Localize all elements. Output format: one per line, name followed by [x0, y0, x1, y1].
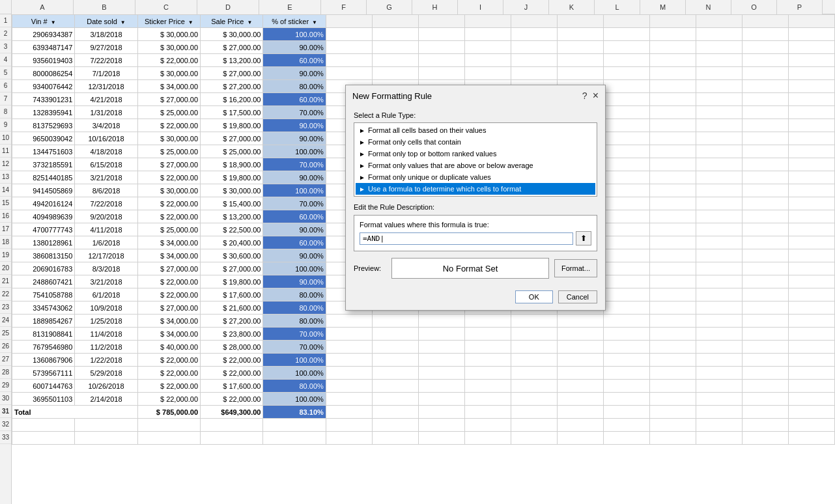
cell-sticker[interactable]: $ 22,000.00 — [137, 119, 200, 132]
cell-sticker[interactable]: $ 30,000.00 — [137, 41, 200, 54]
cell-vin[interactable]: 1328395941 — [12, 106, 75, 119]
cell-vin[interactable]: 4942016124 — [12, 197, 75, 210]
formula-range-button[interactable]: ⬆ — [576, 231, 591, 245]
cell-date[interactable]: 8/6/2018 — [75, 184, 137, 197]
cell-sticker[interactable]: $ 22,000.00 — [137, 380, 200, 393]
cell-pct[interactable]: 70.00% — [263, 197, 326, 210]
cell-vin[interactable]: 3732185591 — [12, 158, 75, 171]
cell-sale[interactable]: $ 19,800.00 — [201, 119, 263, 132]
cell-sticker[interactable]: $ 22,000.00 — [137, 367, 200, 380]
col-header-g[interactable]: G — [367, 0, 412, 14]
cell-sticker[interactable]: $ 27,000.00 — [137, 158, 200, 171]
cell-pct[interactable]: 80.00% — [263, 80, 326, 93]
cell-sale[interactable]: $ 19,800.00 — [201, 275, 263, 288]
cell-sale[interactable]: $ 21,600.00 — [201, 301, 263, 315]
cell-pct[interactable]: 60.00% — [263, 236, 326, 249]
cell-date[interactable]: 11/4/2018 — [75, 328, 137, 341]
cell-pct[interactable]: 90.00% — [263, 119, 326, 132]
cell-sale[interactable]: $ 18,900.00 — [201, 158, 263, 171]
cell-sale[interactable]: $ 27,000.00 — [201, 67, 263, 80]
cell-sale[interactable]: $ 25,000.00 — [201, 145, 263, 158]
cell-pct[interactable]: 90.00% — [263, 132, 326, 145]
cell-pct[interactable]: 90.00% — [263, 67, 326, 80]
col-header-i[interactable]: I — [458, 0, 503, 14]
cell-date[interactable]: 1/25/2018 — [75, 315, 137, 328]
cell-vin[interactable]: 9650039042 — [12, 132, 75, 145]
filter-icon-vin[interactable]: ▼ — [51, 20, 56, 25]
cell-sticker[interactable]: $ 34,000.00 — [137, 236, 200, 249]
cell-sale[interactable]: $ 27,000.00 — [201, 262, 263, 275]
col-date[interactable]: Date sold ▼ — [75, 15, 137, 28]
cell-date[interactable]: 8/3/2018 — [75, 262, 137, 275]
cell-sticker[interactable]: $ 40,000.00 — [137, 341, 200, 354]
filter-icon-pct[interactable]: ▼ — [312, 20, 317, 25]
cell-vin[interactable]: 1889854267 — [12, 315, 75, 328]
cell-pct[interactable]: 70.00% — [263, 158, 326, 171]
cell-pct[interactable]: 60.00% — [263, 210, 326, 223]
rule-item-2[interactable]: ► Format only top or bottom ranked value… — [356, 148, 595, 160]
cell-sticker[interactable]: $ 25,000.00 — [137, 106, 200, 119]
cell-date[interactable]: 6/15/2018 — [75, 158, 137, 171]
cell-pct[interactable]: 90.00% — [263, 275, 326, 288]
cell-pct[interactable]: 90.00% — [263, 41, 326, 54]
cell-sale[interactable]: $ 22,500.00 — [201, 223, 263, 236]
cell-sticker[interactable]: $ 30,000.00 — [137, 184, 200, 197]
cell-pct[interactable]: 90.00% — [263, 223, 326, 236]
cell-sale[interactable]: $ 28,000.00 — [201, 341, 263, 354]
cell-pct[interactable]: 100.00% — [263, 262, 326, 275]
cell-date[interactable]: 3/21/2018 — [75, 171, 137, 184]
cell-date[interactable]: 9/20/2018 — [75, 210, 137, 223]
cell-date[interactable]: 10/16/2018 — [75, 132, 137, 145]
filter-icon-sticker[interactable]: ▼ — [188, 20, 193, 25]
cell-sticker[interactable]: $ 27,000.00 — [137, 93, 200, 106]
cell-pct[interactable]: 90.00% — [263, 249, 326, 262]
cell-vin[interactable]: 2069016783 — [12, 262, 75, 275]
cell-vin[interactable]: 6393487147 — [12, 41, 75, 54]
cell-date[interactable]: 1/22/2018 — [75, 354, 137, 367]
cell-sticker[interactable]: $ 22,000.00 — [137, 171, 200, 184]
col-header-l[interactable]: L — [595, 0, 640, 14]
rule-item-0[interactable]: ► Format all cells based on their values — [356, 124, 595, 136]
cell-vin[interactable]: 5739567111 — [12, 367, 75, 380]
cell-date[interactable]: 10/26/2018 — [75, 380, 137, 393]
cell-vin[interactable]: 1344751603 — [12, 145, 75, 158]
cell-vin[interactable]: 8131908841 — [12, 328, 75, 341]
rule-item-1[interactable]: ► Format only cells that contain — [356, 136, 595, 148]
cell-sticker[interactable]: $ 22,000.00 — [137, 210, 200, 223]
cell-date[interactable]: 3/18/2018 — [75, 28, 137, 41]
cell-pct[interactable]: 80.00% — [263, 315, 326, 328]
cell-sticker[interactable]: $ 27,000.00 — [137, 262, 200, 275]
cell-sticker[interactable]: $ 30,000.00 — [137, 132, 200, 145]
cell-pct[interactable]: 100.00% — [263, 28, 326, 41]
col-header-j[interactable]: J — [503, 0, 549, 14]
cell-pct[interactable]: 100.00% — [263, 184, 326, 197]
col-header-e[interactable]: E — [259, 0, 321, 14]
cell-date[interactable]: 3/21/2018 — [75, 275, 137, 288]
cell-date[interactable]: 6/1/2018 — [75, 288, 137, 301]
cell-pct[interactable]: 100.00% — [263, 145, 326, 158]
cell-sticker[interactable]: $ 25,000.00 — [137, 145, 200, 158]
cell-sticker[interactable]: $ 34,000.00 — [137, 315, 200, 328]
cell-vin[interactable]: 8137529693 — [12, 119, 75, 132]
cell-date[interactable]: 12/17/2018 — [75, 249, 137, 262]
cell-sticker[interactable]: $ 34,000.00 — [137, 249, 200, 262]
col-sale[interactable]: Sale Price ▼ — [201, 15, 263, 28]
cell-sale[interactable]: $ 22,000.00 — [201, 367, 263, 380]
cell-date[interactable]: 12/31/2018 — [75, 80, 137, 93]
cell-date[interactable]: 4/21/2018 — [75, 93, 137, 106]
help-button[interactable]: ? — [582, 91, 587, 101]
col-header-b[interactable]: B — [74, 0, 135, 14]
col-header-o[interactable]: O — [731, 0, 777, 14]
cell-sale[interactable]: $ 22,000.00 — [201, 354, 263, 367]
cell-sale[interactable]: $ 17,600.00 — [201, 380, 263, 393]
cell-sale[interactable]: $ 27,200.00 — [201, 80, 263, 93]
col-header-f[interactable]: F — [321, 0, 367, 14]
cell-vin[interactable]: 9414505869 — [12, 184, 75, 197]
rule-item-3[interactable]: ► Format only values that are above or b… — [356, 160, 595, 171]
filter-icon-sale[interactable]: ▼ — [247, 20, 252, 25]
filter-icon-date[interactable]: ▼ — [120, 20, 126, 25]
cell-date[interactable]: 7/22/2018 — [75, 197, 137, 210]
cell-vin[interactable]: 7433901231 — [12, 93, 75, 106]
cell-date[interactable]: 10/9/2018 — [75, 301, 137, 315]
cell-pct[interactable]: 70.00% — [263, 341, 326, 354]
